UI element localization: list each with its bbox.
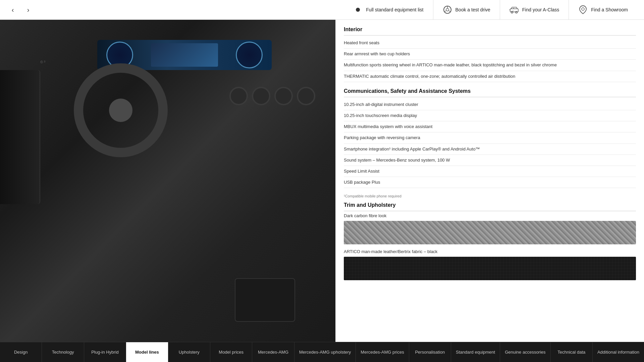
feature-speed-limit: Speed Limit Assist — [344, 166, 636, 177]
nav-item-equipment[interactable]: Full standard equipment list — [344, 0, 433, 19]
gauge-right — [236, 42, 263, 68]
trim-leather-label: ARTICO man-made leather/Bertrix fabric –… — [344, 249, 636, 254]
interior-section: Interior Heated front seats Rear armrest… — [344, 26, 636, 82]
header-left: ‹ › — [7, 4, 34, 16]
trim-section: Trim and Upholstery Dark carbon fibre lo… — [344, 202, 636, 280]
trim-title: Trim and Upholstery — [344, 202, 636, 211]
svg-rect-8 — [513, 11, 514, 11]
feature-instrument-cluster: 10.25-inch all-digital instrument cluste… — [344, 99, 636, 110]
tab-design[interactable]: Design — [0, 342, 42, 362]
trim-carbon-label: Dark carbon fibre look — [344, 213, 636, 218]
tab-genuine-accessories[interactable]: Genuine accessories — [500, 342, 550, 362]
map-display — [151, 43, 218, 67]
svg-point-10 — [582, 8, 584, 10]
tab-plug-in-hybrid[interactable]: Plug-in Hybrid — [84, 342, 126, 362]
car-icon — [509, 5, 519, 14]
feature-sound: Sound system – Mercedes-Benz sound syste… — [344, 155, 636, 166]
feature-mbux: MBUX multimedia system with voice assist… — [344, 121, 636, 132]
nav-item-test-drive[interactable]: Book a test drive — [433, 0, 500, 19]
feature-heated-seats: Heated front seats — [344, 38, 636, 49]
nav-item-showroom[interactable]: Find a Showroom — [569, 0, 637, 19]
feature-usb: USB package Plus — [344, 177, 636, 188]
location-pin-icon — [578, 5, 588, 14]
header: ‹ › Full standard equipment list Book a … — [0, 0, 644, 20]
tab-mercedes-amg-prices[interactable]: Mercedes-AMG prices — [356, 342, 409, 362]
feature-touchscreen: 10.25-inch touchscreen media display — [344, 110, 636, 121]
dot-icon — [353, 5, 363, 14]
tab-model-lines[interactable]: Model lines — [126, 342, 168, 362]
tab-standard-equipment[interactable]: Standard equipment — [451, 342, 500, 362]
tab-additional-information[interactable]: Additional information — [593, 342, 644, 362]
svg-point-7 — [516, 11, 518, 13]
watermark: © ³ — [40, 60, 45, 64]
nav-label-test-drive: Book a test drive — [455, 7, 490, 12]
svg-point-1 — [446, 8, 449, 11]
footnote: ¹Compatible mobile phone required — [344, 194, 636, 198]
communications-section: Communications, Safety and Assistance Sy… — [344, 88, 636, 188]
steering-wheel-icon — [443, 5, 452, 14]
feature-climate-control: THERMATIC automatic climate control, one… — [344, 71, 636, 82]
car-interior-bg: © ³ — [0, 20, 335, 342]
carbon-fibre-texture — [344, 221, 636, 244]
car-image-panel: © ³ — [0, 20, 335, 342]
next-arrow[interactable]: › — [22, 4, 34, 16]
tab-technology[interactable]: Technology — [42, 342, 84, 362]
tab-model-prices[interactable]: Model prices — [210, 342, 252, 362]
trim-carbon-swatch — [344, 221, 636, 244]
main-content: © ³ Interior He — [0, 20, 644, 342]
feature-parking: Parking package with reversing camera — [344, 132, 636, 143]
trim-leather-swatch — [344, 257, 636, 280]
communications-title: Communications, Safety and Assistance Sy… — [344, 88, 636, 97]
header-nav: Full standard equipment list Book a test… — [344, 0, 637, 19]
feature-smartphone: Smartphone integration¹ including Apple … — [344, 144, 636, 155]
nav-label-showroom: Find a Showroom — [591, 7, 628, 12]
feature-rear-armrest: Rear armrest with two cup holders — [344, 49, 636, 60]
svg-point-6 — [511, 11, 513, 13]
nav-label-equipment: Full standard equipment list — [366, 7, 423, 12]
leather-texture — [344, 257, 636, 280]
feature-steering-wheel: Multifunction sports steering wheel in A… — [344, 60, 636, 71]
bottom-navigation: Design Technology Plug-in Hybrid Model l… — [0, 342, 644, 362]
nav-item-find-aclass[interactable]: Find your A-Class — [500, 0, 569, 19]
info-panel: Interior Heated front seats Rear armrest… — [335, 20, 644, 342]
tab-mercedes-amg[interactable]: Mercedes-AMG — [252, 342, 294, 362]
tab-technical-data[interactable]: Technical data — [551, 342, 593, 362]
prev-arrow[interactable]: ‹ — [7, 4, 19, 16]
tab-mercedes-amg-upholstery[interactable]: Mercedes-AMG upholstery — [294, 342, 356, 362]
tab-upholstery[interactable]: Upholstery — [168, 342, 210, 362]
nav-label-find-aclass: Find your A-Class — [522, 7, 559, 12]
steering-wheel — [74, 63, 168, 157]
tab-personalisation[interactable]: Personalisation — [409, 342, 451, 362]
interior-title: Interior — [344, 26, 636, 36]
